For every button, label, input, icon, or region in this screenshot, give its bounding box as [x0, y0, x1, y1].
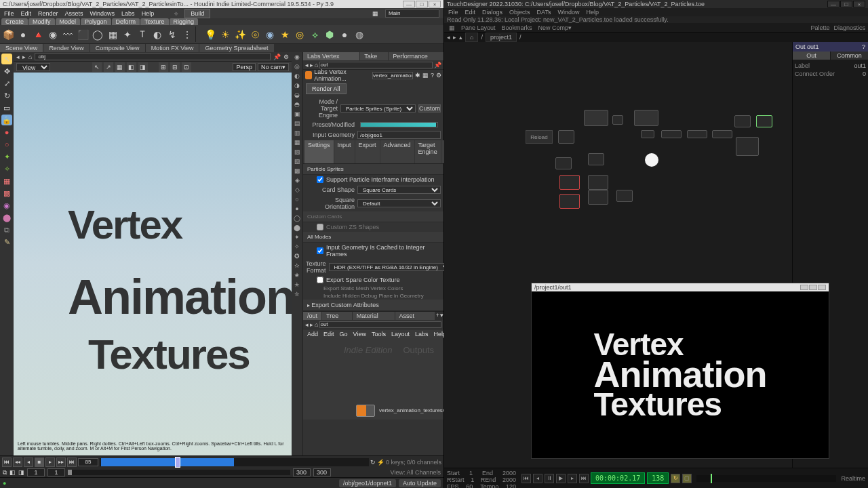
maximize-button[interactable]: □: [840, 1, 852, 7]
tab-perf[interactable]: Performance Monitor: [389, 52, 443, 60]
tool-icon[interactable]: ▦: [1, 176, 12, 186]
help-icon[interactable]: ?: [431, 72, 434, 79]
disp-icon[interactable]: ✮: [293, 291, 301, 299]
fold-particle-sprites[interactable]: Particle Sprites: [303, 164, 443, 175]
menu-labs[interactable]: Labs: [121, 10, 135, 17]
td-node[interactable]: [559, 194, 580, 209]
tool-icon[interactable]: ⦾: [248, 26, 262, 43]
disp-icon[interactable]: ✧: [293, 243, 301, 251]
status-path[interactable]: /obj/geo1/dopnet1: [339, 479, 396, 487]
tool-icon[interactable]: ⬤: [1, 212, 12, 223]
disp-icon[interactable]: ✫: [293, 262, 301, 270]
menu-window[interactable]: Window: [557, 9, 579, 16]
snap-icon[interactable]: ⊞: [159, 62, 168, 72]
tab-motionfx[interactable]: Motion FX View: [146, 44, 199, 52]
loop-button[interactable]: ↻: [671, 474, 680, 483]
help-icon[interactable]: ?: [862, 43, 865, 50]
path-field[interactable]: [35, 53, 271, 60]
disp-icon[interactable]: ◐: [293, 73, 301, 81]
fold-custom-attrs[interactable]: ▸ Export Custom Attributes: [303, 300, 443, 311]
scene-viewport[interactable]: Vertex Animation Textures Left mouse tum…: [14, 73, 292, 455]
net-menu[interactable]: Labs: [415, 331, 429, 338]
tool-icon[interactable]: ◎: [293, 26, 307, 43]
step-fwd-button[interactable]: ▸: [568, 474, 577, 483]
disp-icon[interactable]: ▧: [293, 148, 301, 157]
toolbar-item[interactable]: Pane Layout: [459, 24, 498, 31]
tab-scene-view[interactable]: Scene View: [0, 44, 43, 52]
disp-icon[interactable]: ◯: [293, 215, 301, 223]
back-icon[interactable]: ◂: [305, 62, 309, 68]
td-viewer-window[interactable]: /project1/out1 Vertex Animation Textures: [531, 283, 829, 459]
disp-icon[interactable]: ✭: [293, 281, 301, 289]
tool-icon[interactable]: ◐: [151, 26, 164, 43]
pin-icon[interactable]: 📌: [273, 54, 281, 60]
tool-icon[interactable]: ⬢: [323, 26, 336, 43]
auto-update-button[interactable]: Auto Update: [399, 479, 441, 487]
td-null-node[interactable]: [645, 153, 658, 167]
fwd-icon[interactable]: ▸: [22, 54, 26, 60]
net-menu[interactable]: View: [353, 331, 366, 338]
toolbar-item[interactable]: Diagnostics: [833, 24, 865, 31]
parm-tab-input[interactable]: Input: [334, 140, 355, 163]
tool-icon[interactable]: ◉: [46, 26, 60, 43]
pause-button[interactable]: ⏸: [545, 474, 554, 483]
current-frame[interactable]: 138: [647, 472, 669, 484]
build-button[interactable]: Build: [184, 9, 210, 18]
home-icon[interactable]: ⌂: [315, 62, 318, 68]
tool-icon[interactable]: ⬛: [76, 26, 90, 43]
tab-assets[interactable]: Asset Browser: [395, 312, 435, 320]
td-node[interactable]: [616, 190, 633, 202]
tool-icon[interactable]: ◉: [263, 26, 277, 43]
parm-tab-export[interactable]: Export: [355, 140, 380, 163]
fwd-icon[interactable]: ▸: [310, 62, 313, 68]
tool-icon[interactable]: ⧉: [1, 224, 12, 235]
realtime-icon[interactable]: ⚡: [377, 459, 384, 466]
sq-orient-select[interactable]: Default: [357, 199, 441, 207]
tool-icon[interactable]: 💡: [203, 26, 217, 43]
td-node[interactable]: [736, 137, 759, 156]
tab-composite[interactable]: Composite View: [90, 44, 145, 52]
param-value[interactable]: 0: [863, 70, 866, 77]
disp-icon[interactable]: ◒: [293, 92, 301, 100]
menu-help[interactable]: Help: [142, 10, 155, 17]
td-node[interactable]: [687, 130, 707, 138]
tool-icon[interactable]: ◯: [91, 26, 104, 43]
play-button[interactable]: ▸: [45, 458, 55, 467]
parm-tab-engine[interactable]: Target Engine: [415, 140, 441, 163]
reload-button[interactable]: Reload: [526, 130, 553, 144]
menu-file[interactable]: File: [4, 10, 14, 17]
add-tab-icon[interactable]: +: [436, 312, 439, 320]
td-node[interactable]: [612, 115, 623, 125]
tool-icon[interactable]: 〰: [61, 26, 75, 43]
range-start1[interactable]: 1: [27, 468, 45, 476]
input-geo-field[interactable]: [357, 131, 441, 139]
menu-help[interactable]: Help: [586, 9, 599, 16]
range-cur1[interactable]: 1: [47, 468, 65, 476]
menu-render[interactable]: Render: [38, 10, 58, 17]
snap-icon[interactable]: ⊟: [170, 62, 180, 72]
key-icon[interactable]: ◨: [18, 469, 24, 476]
tab-mat[interactable]: Material Palette: [353, 312, 395, 320]
td-node[interactable]: [559, 175, 580, 190]
close-button[interactable]: ×: [429, 1, 441, 7]
tool-icon[interactable]: ▭: [1, 102, 12, 113]
shelf-tab[interactable]: Rigging: [170, 18, 199, 25]
gear-icon[interactable]: ⚙: [283, 54, 289, 60]
shelf-tab[interactable]: Texture: [140, 18, 169, 25]
camera-select[interactable]: No cam▾: [258, 63, 289, 71]
texfmt-select[interactable]: HDR (EXR/TIFF as RGBA 16/32 in Engine): [329, 263, 452, 271]
step-back-button[interactable]: ◂◂: [13, 458, 22, 467]
range-track[interactable]: [68, 470, 290, 475]
back-icon[interactable]: ◂: [16, 54, 20, 60]
tool-icon[interactable]: 🔒: [1, 115, 12, 125]
card-shape-select[interactable]: Square Cards: [357, 186, 441, 194]
disp-icon[interactable]: ◉: [293, 54, 301, 62]
render-all-button[interactable]: Render All: [306, 83, 347, 94]
tab-take[interactable]: Take List: [360, 52, 388, 60]
stop-button[interactable]: ■: [35, 458, 44, 467]
disp-icon[interactable]: ▣: [293, 110, 301, 119]
disp-icon[interactable]: ◎: [293, 63, 301, 71]
tool-icon[interactable]: ●: [1, 127, 12, 138]
spreadsheet-icon[interactable]: ▦: [422, 72, 429, 79]
tool-icon[interactable]: ○: [1, 139, 12, 150]
